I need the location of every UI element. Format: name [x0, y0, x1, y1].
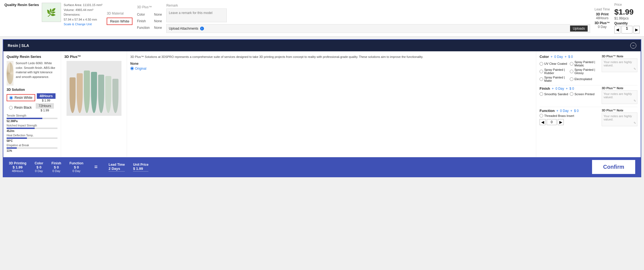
electroplated-radio[interactable]	[570, 77, 573, 81]
original-option[interactable]: Original	[130, 67, 533, 71]
color-edit-icon[interactable]: ✎	[634, 67, 636, 71]
color-plus[interactable]: +	[551, 55, 553, 59]
remark-col-header: Remark	[166, 4, 590, 7]
spray-rubber-label: Spray Painted | Rubber	[544, 68, 569, 75]
uv-clear-radio[interactable]	[540, 62, 543, 66]
modal-title: Resin | SLA	[8, 43, 29, 48]
smoothly-sanded-radio[interactable]	[540, 92, 543, 96]
function-header: Function + 0 Day + $ 0	[540, 109, 599, 113]
remark-section: Remark Upload Attachments i Uploads	[166, 4, 590, 33]
stat-impact: Notched Impact Strength 45J/m	[7, 124, 57, 133]
confirm-button[interactable]: Confirm	[592, 160, 635, 174]
spray-rubber-radio[interactable]	[540, 70, 543, 73]
finish-option-smoothly[interactable]: Smoothly Sanded	[540, 92, 569, 96]
spray-glossy-radio[interactable]	[570, 70, 573, 73]
function-note-box[interactable]: Your notes are highly valued. ✎	[602, 113, 637, 126]
color-note-placeholder: Your notes are highly valued.	[604, 60, 632, 67]
series-label: Quality Resin Series	[4, 3, 39, 7]
bottom-color: Color $ 0 0 Day	[35, 161, 43, 173]
resin-white-radio[interactable]	[9, 96, 13, 100]
material-col-header: 3D Material	[107, 12, 132, 15]
product-3d-image	[67, 61, 121, 116]
bottom-function-label: Function	[70, 161, 84, 165]
middle-panel-title: 3D Plus™	[64, 55, 81, 59]
function-stepper-value[interactable]	[547, 119, 557, 125]
bottom-printing: 3D Printing $ 1.99 48Hours	[9, 161, 26, 173]
modal-controls: −	[630, 43, 636, 49]
lead-time-header: Lead Time	[595, 7, 610, 11]
color-note-box[interactable]: Your notes are highly valued. ✎	[602, 58, 637, 72]
threaded-brass-label: Threaded Brass Insert	[544, 114, 574, 117]
color-option-uv[interactable]: UV Clear Coated	[540, 60, 569, 67]
original-radio[interactable]	[130, 67, 134, 70]
finish-plus[interactable]: +	[552, 86, 554, 91]
color-price: $ 0	[568, 55, 573, 59]
stat-heat: Heat Deflection Temp. 58°C	[7, 134, 57, 142]
screen-printed-radio[interactable]	[570, 92, 573, 96]
spoon-2	[77, 73, 83, 113]
color-option-matte[interactable]: Spray Painted | Matte	[540, 76, 569, 82]
price-per-pcs: $1.99/pcs	[614, 16, 640, 20]
volume: Volume: 4965.44 mm³	[64, 8, 103, 13]
spray-metalic-radio[interactable]	[570, 62, 573, 66]
price-section: Price $1.99 $1.99/pcs Quantity ◀ 1 ▶	[614, 3, 640, 33]
price-main: $1.99	[614, 8, 640, 16]
stat-tensile: Tensile Strength 52.3MPa	[7, 114, 57, 123]
electroplated-label: Electroplated	[574, 77, 592, 81]
product-specs: Surface Area: 11101.15 mm² Volume: 4965.…	[64, 3, 103, 27]
color-title: Color	[540, 55, 549, 59]
function-option-threaded[interactable]: Threaded Brass Insert	[540, 114, 599, 117]
bottom-finish: Finish $ 0 0 Day	[51, 161, 61, 173]
function-plus[interactable]: +	[556, 109, 559, 113]
spray-matte-radio[interactable]	[540, 77, 543, 81]
right-panel: Color + 0 Day + $ 0 UV Clear Coate	[536, 51, 641, 157]
material-option-resin-white[interactable]: Resin White	[7, 94, 35, 101]
bottom-unit-price-label: Unit Price	[133, 163, 148, 167]
upload-button[interactable]: Uploads	[570, 26, 588, 32]
function-edit-icon[interactable]: ✎	[634, 121, 636, 125]
remark-textarea[interactable]	[166, 9, 227, 22]
lt-plus: 3D Plus™	[595, 21, 610, 25]
bottom-printing-hours: 48Hours	[9, 169, 26, 173]
finish-option-screen[interactable]: Screen Printed	[570, 92, 599, 96]
function-stepper-decrease[interactable]: ◀	[540, 119, 546, 125]
finish-edit-icon[interactable]: ✎	[634, 99, 636, 103]
finish-price: $ 0	[570, 87, 574, 91]
finish-note-placeholder: Your notes are highly valued.	[604, 92, 632, 99]
quantity-label: Quantity	[614, 21, 640, 25]
resin-black-label: Resin Black	[14, 106, 32, 109]
spoon-7	[112, 79, 118, 113]
qty-decrease-button[interactable]: ◀	[614, 26, 620, 33]
bottom-lead-time: Lead Time 2 Days	[109, 163, 125, 171]
scale-change-link[interactable]: Scale & Change Unit	[64, 22, 92, 26]
color-option-metalic[interactable]: Spray Painted | Metalic	[570, 60, 599, 67]
finish-note-box[interactable]: Your notes are highly valued. ✎	[602, 90, 637, 104]
resin-black-radio[interactable]	[9, 106, 13, 109]
color-option-glossy[interactable]: Spray Painted | Glossy	[570, 68, 599, 75]
function-qty-stepper: ◀ ▶	[540, 119, 599, 125]
description-text: 3D Plus™ Solutions at 3DSPRO represents …	[130, 55, 533, 60]
modal-collapse-button[interactable]: −	[630, 43, 636, 49]
color-option-rubber[interactable]: Spray Painted | Rubber	[540, 68, 569, 75]
threaded-brass-radio[interactable]	[540, 114, 543, 117]
modal-body: Quality Resin Series Somos® Ledo 6060. W…	[3, 51, 641, 177]
finish-options-grid: Smoothly Sanded Screen Printed	[540, 92, 599, 96]
qty-value: 1	[621, 26, 632, 33]
surface-area: Surface Area: 11101.15 mm²	[64, 3, 103, 8]
color-options-grid: UV Clear Coated Spray Painted | Metalic …	[540, 60, 599, 82]
lt-hours: 48Hours	[595, 16, 610, 20]
left-panel: Quality Resin Series Somos® Ledo 6060. W…	[3, 51, 61, 157]
color-note-label: 3D Plus™ Note	[602, 55, 637, 58]
bottom-function-day: 0 Day	[70, 169, 84, 173]
bottom-color-day: 0 Day	[35, 169, 43, 173]
material-selector[interactable]: Resin White	[107, 18, 132, 25]
qty-increase-button[interactable]: ▶	[634, 26, 640, 33]
top-bar: Quality Resin Series 🌿 Surface Area: 111…	[0, 0, 644, 36]
bottom-unit-price: Unit Price $ 1.99	[133, 163, 148, 171]
function-stepper-increase[interactable]: ▶	[558, 119, 564, 125]
color-option-electroplated[interactable]: Electroplated	[570, 76, 599, 82]
bottom-function-price: $ 0	[70, 165, 84, 169]
spoon-3	[84, 71, 90, 113]
resin-white-label: Resin White	[15, 96, 32, 100]
material-option-resin-black[interactable]: Resin Black	[7, 104, 34, 111]
